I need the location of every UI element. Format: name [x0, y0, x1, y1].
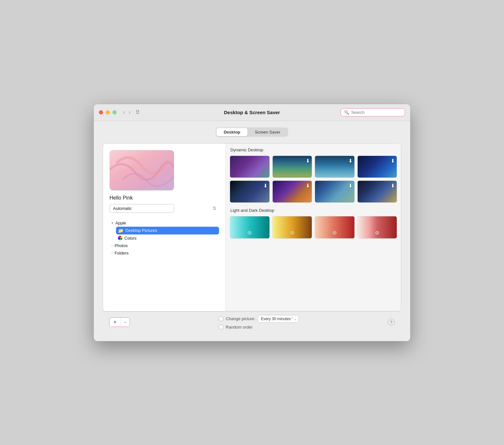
download-icon: ⬇	[348, 158, 352, 164]
play-icon: ⊕	[332, 229, 337, 236]
wallpaper-name: Hello Pink	[110, 195, 219, 201]
sidebar-label-desktop-pictures: Desktop Pictures	[125, 228, 157, 233]
download-icon: ⬇	[348, 183, 352, 189]
add-button[interactable]: +	[110, 318, 121, 327]
wallpaper-thumb-ld1[interactable]: ⊕	[230, 216, 270, 238]
back-button[interactable]: ‹	[122, 109, 126, 116]
wallpaper-thumb-5[interactable]: ⬇	[230, 180, 270, 203]
dynamic-desktop-grid: ⬇ ⬇ ⬇ ⬇	[230, 156, 397, 203]
play-icon: ⊕	[290, 229, 295, 236]
wallpaper-preview	[110, 150, 174, 190]
main-window: ‹ › ⠿ Desktop & Screen Saver 🔍 Desktop S…	[94, 104, 410, 341]
right-panel: Dynamic Desktop ⬇ ⬇	[226, 144, 401, 311]
random-order-row: Random order	[219, 325, 253, 330]
wallpaper-thumb-4[interactable]: ⬇	[357, 156, 397, 178]
sidebar-label-photos: Photos	[115, 243, 128, 248]
wallpaper-grid-area[interactable]: Dynamic Desktop ⬇ ⬇	[226, 144, 401, 311]
wallpaper-thumb-3[interactable]: ⬇	[315, 156, 355, 178]
main-area: Hello Pink Automatic Light Dark ⇅ ▾ Appl…	[103, 143, 401, 311]
section-label-dynamic: Dynamic Desktop	[230, 147, 397, 152]
change-picture-row: Change picture: Every 5 seconds Every 1 …	[219, 315, 299, 323]
help-button[interactable]: ?	[388, 319, 395, 326]
chevron-down-icon: ▾	[111, 221, 113, 225]
apple-children: 📁 Desktop Pictures Colors	[110, 227, 219, 242]
add-remove-buttons: + −	[109, 317, 130, 327]
colors-icon	[118, 236, 122, 240]
wallpaper-thumb-2[interactable]: ⬇	[272, 156, 312, 178]
light-dark-grid: ⊕ ⊕ ⊕ ⊕	[230, 216, 397, 238]
wallpaper-thumb-1[interactable]	[230, 156, 270, 178]
random-order-label: Random order	[226, 325, 253, 330]
play-icon: ⊕	[247, 229, 252, 236]
remove-button[interactable]: −	[121, 318, 130, 327]
dropdown-wrapper: Automatic Light Dark ⇅	[110, 204, 219, 213]
chevron-right-icon-2: ›	[111, 251, 113, 255]
wallpaper-preview-image	[110, 150, 174, 190]
search-box[interactable]: 🔍	[341, 108, 405, 116]
download-icon: ⬇	[306, 158, 310, 164]
grid-icon[interactable]: ⠿	[136, 109, 140, 115]
download-icon: ⬇	[391, 183, 395, 189]
change-picture-checkbox[interactable]	[219, 317, 223, 321]
wallpaper-thumb-6[interactable]: ⬇	[272, 180, 312, 203]
sidebar-item-photos[interactable]: › Photos	[110, 242, 219, 249]
wallpaper-thumb-ld2[interactable]: ⊕	[272, 216, 312, 238]
bottom-controls: Change picture: Every 5 seconds Every 1 …	[219, 315, 299, 330]
preview-sidebar: Hello Pink Automatic Light Dark ⇅ ▾ Appl…	[103, 144, 226, 311]
sidebar-item-apple[interactable]: ▾ Apple	[110, 219, 219, 227]
wallpaper-thumb-ld4[interactable]: ⊕	[357, 216, 397, 238]
search-icon: 🔍	[344, 110, 349, 115]
interval-dropdown[interactable]: Every 5 seconds Every 1 minute Every 5 m…	[258, 315, 299, 323]
traffic-lights	[99, 110, 117, 114]
wallpaper-thumb-7[interactable]: ⬇	[315, 180, 355, 203]
maximize-button[interactable]	[112, 110, 117, 114]
section-label-lightdark: Light and Dark Desktop	[230, 208, 397, 213]
folder-icon: 📁	[118, 228, 123, 233]
chevron-right-icon: ›	[111, 244, 113, 247]
nav-buttons: ‹ ›	[122, 109, 132, 116]
close-button[interactable]	[99, 110, 103, 114]
change-picture-label: Change picture:	[226, 316, 256, 321]
content-area: Desktop Screen Saver	[94, 121, 410, 341]
forward-button[interactable]: ›	[127, 109, 131, 116]
window-title: Desktop & Screen Saver	[224, 110, 280, 115]
wallpaper-thumb-8[interactable]: ⬇	[357, 180, 397, 203]
sidebar-item-desktop-pictures[interactable]: 📁 Desktop Pictures	[116, 227, 219, 234]
tab-bar: Desktop Screen Saver	[103, 127, 401, 137]
sidebar-item-folders[interactable]: › Folders	[110, 249, 219, 257]
sidebar-label-colors: Colors	[124, 236, 137, 241]
random-order-checkbox[interactable]	[219, 325, 223, 329]
minimize-button[interactable]	[106, 110, 110, 114]
tab-desktop[interactable]: Desktop	[216, 128, 247, 136]
appearance-dropdown[interactable]: Automatic Light Dark	[110, 204, 174, 213]
dropdown-arrow-icon: ⇅	[213, 206, 216, 211]
download-icon: ⬇	[306, 183, 310, 189]
tab-group: Desktop Screen Saver	[216, 127, 288, 137]
download-icon: ⬇	[391, 158, 395, 164]
tab-screensaver[interactable]: Screen Saver	[248, 128, 288, 136]
sidebar-label-folders: Folders	[115, 251, 129, 255]
interval-wrapper: Every 5 seconds Every 1 minute Every 5 m…	[258, 315, 299, 323]
sidebar-label-apple: Apple	[115, 221, 126, 225]
titlebar: ‹ › ⠿ Desktop & Screen Saver 🔍	[94, 104, 410, 121]
bottom-bar: + − Change picture: Every 5 seconds Ever…	[103, 311, 401, 335]
sidebar-item-colors[interactable]: Colors	[116, 234, 219, 242]
play-icon: ⊕	[375, 229, 380, 236]
search-input[interactable]	[351, 110, 402, 115]
sidebar-tree: ▾ Apple 📁 Desktop Pictures Colors	[110, 219, 219, 257]
download-icon: ⬇	[263, 183, 268, 189]
wallpaper-thumb-ld3[interactable]: ⊕	[315, 216, 355, 238]
